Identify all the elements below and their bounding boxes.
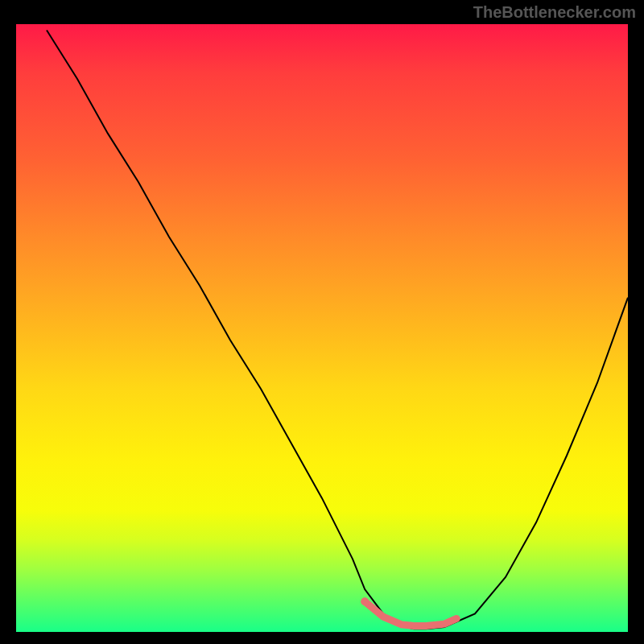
chart-line-main — [47, 31, 628, 630]
chart-highlight-marker — [361, 597, 369, 605]
chart-plot-area — [16, 24, 628, 632]
watermark-text: TheBottlenecker.com — [473, 3, 636, 22]
chart-line-highlight — [365, 601, 456, 625]
